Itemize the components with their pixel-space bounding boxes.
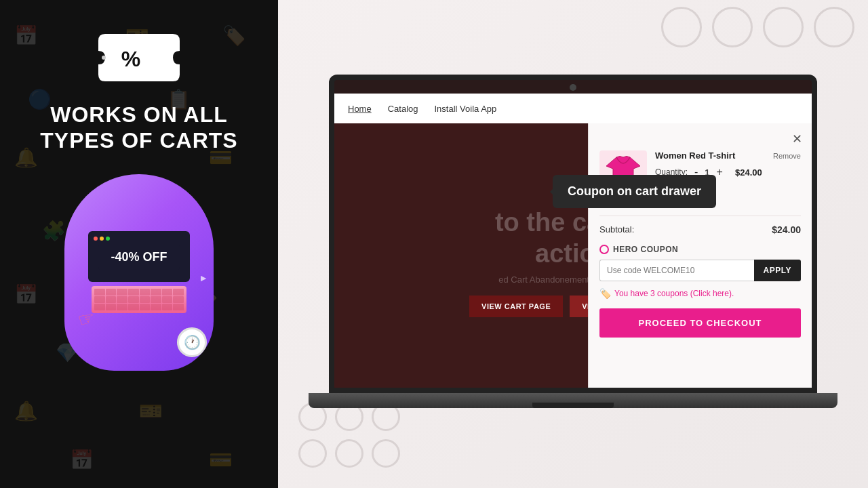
clock-icon: 🕐 [177, 327, 207, 357]
deco-circle-sm-4 [298, 439, 327, 468]
coupon-input-row[interactable]: APPLY [599, 260, 801, 281]
subtotal-row: Subtotal: $24.00 [599, 216, 801, 235]
svg-text:%: % [121, 47, 140, 71]
laptop-frame: Home Catalog Install Voila App to the ca… [329, 75, 817, 427]
headline: WORKS ON ALL TYPES OF CARTS [40, 102, 237, 154]
deco-circle-4 [814, 7, 854, 47]
subtotal-amount: $24.00 [772, 224, 801, 235]
svg-point-1 [102, 56, 106, 60]
view-cart-page-button[interactable]: VIEW CART PAGE [469, 296, 563, 317]
coupons-link-text: You have 3 coupons (Click here). [614, 289, 734, 298]
tag-icon: 🏷️ [599, 288, 611, 299]
product-name: Women Red T-shirt [655, 150, 735, 161]
deco-circles-top [661, 7, 854, 47]
deco-circle-2 [712, 7, 753, 47]
remove-link[interactable]: Remove [773, 152, 801, 160]
discount-badge: -40% OFF [98, 245, 179, 270]
deco-circle-sm-6 [372, 439, 400, 468]
hero-coupon-label-text: HERO COUPON [613, 245, 678, 254]
website-content: Home Catalog Install Voila App to the ca… [334, 94, 812, 393]
product-details: Women Red T-shirt Remove Quantity: - 1 +… [655, 150, 801, 178]
deco-circle-1 [661, 7, 702, 47]
illus-dots [94, 237, 184, 241]
tooltip-bubble: Coupon on cart drawer [553, 175, 716, 208]
product-price: $24.00 [735, 167, 762, 178]
illus-screen: -40% OFF [88, 231, 190, 282]
nav-bar: Home Catalog Install Voila App [334, 94, 812, 123]
triangle-deco-bottom: ◣ [71, 354, 77, 364]
laptop-camera [570, 84, 576, 91]
headline-line2: TYPES OF CARTS [40, 128, 237, 152]
deco-circle-3 [763, 7, 804, 47]
tooltip-text: Coupon on cart drawer [568, 184, 701, 198]
cart-drawer: ✕ Wo [588, 123, 812, 393]
illus-badge-row: -40% OFF [94, 245, 184, 277]
left-panel: 📅 🎫 🏷️ 🔵 📋 🔔 💳 🧩 🎫 📅 🏷️ 💎 📋 🔔 🎫 📅 💳 % WO… [0, 0, 278, 488]
triangle-deco-left: ◄ [70, 181, 79, 192]
right-panel: Home Catalog Install Voila App to the ca… [278, 0, 868, 488]
nav-item-install[interactable]: Install Voila App [435, 104, 497, 114]
coupons-link[interactable]: 🏷️ You have 3 coupons (Click here). [599, 288, 801, 299]
laptop-base [309, 393, 837, 408]
illustration-card: -40% OFF ☞ 🕐 ◄ ► ◣ [64, 174, 214, 371]
radio-circle-icon [599, 245, 609, 254]
headline-line1: WORKS ON ALL [50, 102, 227, 127]
nav-item-catalog[interactable]: Catalog [388, 104, 418, 114]
subtotal-label: Subtotal: [599, 224, 634, 235]
checkout-button[interactable]: PROCEED TO CHECKOUT [599, 308, 801, 338]
triangle-deco-right: ► [199, 272, 208, 283]
ticket-icon: % [92, 27, 186, 88]
main-content-area: to the cart to action ed Cart Abandoneme… [334, 123, 812, 393]
apply-coupon-button[interactable]: APPLY [754, 260, 801, 281]
nav-item-home[interactable]: Home [348, 104, 372, 114]
deco-circle-sm-5 [335, 439, 363, 468]
coupon-input[interactable] [599, 260, 754, 281]
keyboard-area [92, 286, 186, 313]
close-icon[interactable]: ✕ [792, 131, 802, 146]
hero-coupon-section: HERO COUPON [599, 245, 801, 254]
laptop-screen: Home Catalog Install Voila App to the ca… [329, 75, 817, 393]
